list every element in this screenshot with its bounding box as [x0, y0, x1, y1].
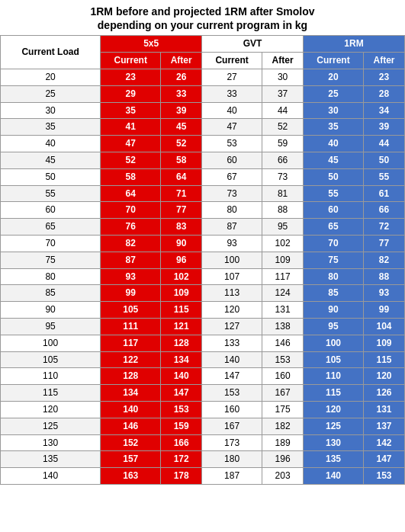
- table-row: 95: [1, 318, 101, 335]
- table-row: 67: [202, 168, 262, 185]
- table-row: 90: [1, 302, 101, 319]
- table-row: 61: [364, 185, 405, 202]
- table-row: 120: [202, 302, 262, 319]
- table-row: 25: [304, 85, 364, 102]
- main-table: Current Load 5x5 GVT 1RM Current After C…: [0, 35, 405, 485]
- table-row: 50: [1, 168, 101, 185]
- table-row: 153: [262, 351, 304, 368]
- table-row: 52: [161, 136, 202, 152]
- table-row: 130: [1, 434, 101, 451]
- sub-header-5x5-after: After: [161, 53, 202, 69]
- table-row: 65: [304, 219, 364, 236]
- table-row: 23: [364, 69, 405, 85]
- table-row: 146: [101, 418, 161, 434]
- table-row: 175: [262, 401, 304, 418]
- table-row: 153: [202, 385, 262, 402]
- table-row: 133: [202, 335, 262, 351]
- table-row: 27: [202, 69, 262, 85]
- table-row: 126: [364, 385, 405, 402]
- table-row: 93: [364, 285, 405, 302]
- table-row: 75: [304, 252, 364, 268]
- table-row: 82: [101, 235, 161, 252]
- table-row: 66: [364, 202, 405, 219]
- table-row: 124: [262, 285, 304, 302]
- table-row: 113: [202, 285, 262, 302]
- table-row: 93: [202, 235, 262, 252]
- table-row: 81: [262, 185, 304, 202]
- table-row: 39: [161, 102, 202, 119]
- table-row: 85: [304, 285, 364, 302]
- table-row: 80: [202, 202, 262, 219]
- table-row: 105: [1, 351, 101, 368]
- table-row: 160: [262, 368, 304, 385]
- table-row: 107: [202, 268, 262, 285]
- table-row: 122: [101, 351, 161, 368]
- table-row: 77: [161, 202, 202, 219]
- table-row: 125: [1, 418, 101, 434]
- table-row: 109: [161, 285, 202, 302]
- table-row: 77: [364, 235, 405, 252]
- table-row: 30: [304, 102, 364, 119]
- sub-header-gvt-after: After: [262, 53, 304, 69]
- table-row: 187: [202, 468, 262, 485]
- table-row: 65: [1, 219, 101, 236]
- table-row: 121: [161, 318, 202, 335]
- table-row: 135: [1, 451, 101, 468]
- table-row: 140: [202, 351, 262, 368]
- table-row: 160: [202, 401, 262, 418]
- table-row: 147: [202, 368, 262, 385]
- table-row: 110: [1, 368, 101, 385]
- sub-header-1rm-current: Current: [304, 53, 364, 69]
- table-row: 153: [161, 401, 202, 418]
- table-row: 85: [1, 285, 101, 302]
- table-row: 153: [364, 468, 405, 485]
- table-row: 75: [1, 252, 101, 268]
- table-row: 58: [161, 152, 202, 168]
- table-row: 128: [161, 335, 202, 351]
- table-row: 131: [364, 401, 405, 418]
- table-row: 203: [262, 468, 304, 485]
- table-row: 159: [161, 418, 202, 434]
- table-row: 127: [202, 318, 262, 335]
- table-row: 173: [202, 434, 262, 451]
- table-row: 99: [364, 302, 405, 319]
- table-row: 120: [364, 368, 405, 385]
- table-row: 90: [304, 302, 364, 319]
- table-row: 105: [101, 302, 161, 319]
- table-row: 117: [262, 268, 304, 285]
- table-row: 40: [304, 136, 364, 152]
- table-row: 33: [202, 85, 262, 102]
- table-row: 70: [101, 202, 161, 219]
- table-row: 147: [161, 385, 202, 402]
- table-row: 100: [1, 335, 101, 351]
- table-row: 33: [161, 85, 202, 102]
- table-row: 180: [202, 451, 262, 468]
- table-row: 80: [1, 268, 101, 285]
- table-row: 45: [304, 152, 364, 168]
- table-row: 111: [101, 318, 161, 335]
- table-row: 90: [161, 235, 202, 252]
- table-row: 23: [101, 69, 161, 85]
- table-row: 88: [364, 268, 405, 285]
- table-row: 140: [1, 468, 101, 485]
- table-row: 100: [304, 335, 364, 351]
- table-row: 25: [1, 85, 101, 102]
- table-row: 52: [101, 152, 161, 168]
- table-row: 39: [364, 119, 405, 136]
- table-row: 93: [101, 268, 161, 285]
- group-header-5x5: 5x5: [101, 36, 202, 53]
- table-row: 87: [101, 252, 161, 268]
- table-row: 34: [364, 102, 405, 119]
- table-row: 76: [101, 219, 161, 236]
- table-row: 128: [101, 368, 161, 385]
- table-row: 60: [304, 202, 364, 219]
- table-row: 55: [304, 185, 364, 202]
- table-row: 96: [161, 252, 202, 268]
- table-row: 140: [161, 368, 202, 385]
- table-row: 45: [161, 119, 202, 136]
- table-row: 117: [101, 335, 161, 351]
- table-row: 47: [202, 119, 262, 136]
- table-row: 189: [262, 434, 304, 451]
- table-row: 44: [262, 102, 304, 119]
- table-row: 60: [1, 202, 101, 219]
